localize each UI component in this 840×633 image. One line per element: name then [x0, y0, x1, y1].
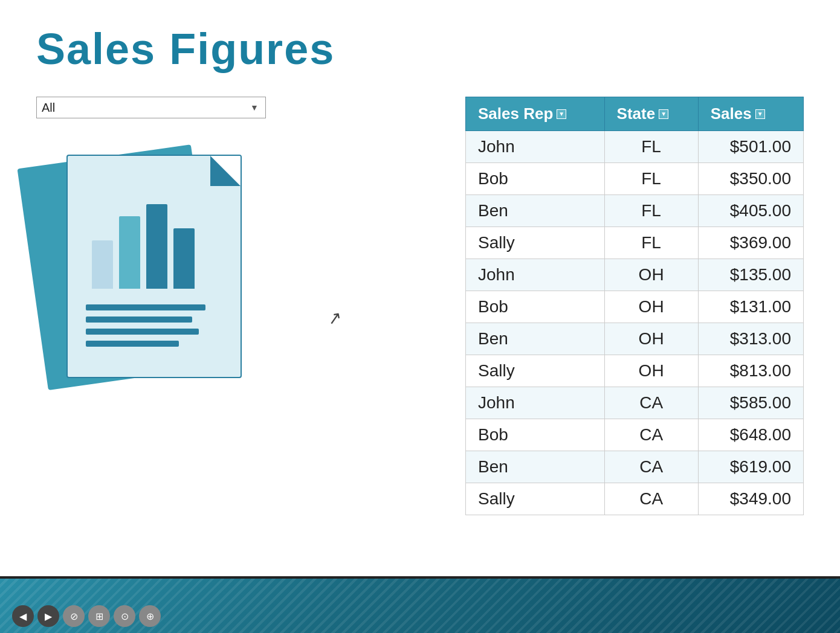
- chart-bar-2: [119, 216, 140, 289]
- filter-arrow-sales[interactable]: ▼: [755, 109, 765, 119]
- table-row: BobOH$131.00: [466, 291, 804, 323]
- report-illustration: [36, 137, 266, 390]
- toolbar: ◀ ▶ ⊘ ⊞ ⊙ ⊕: [12, 604, 161, 628]
- cell-sales: $135.00: [698, 259, 803, 291]
- cell-sales: $585.00: [698, 387, 803, 419]
- cell-state: OH: [604, 355, 698, 387]
- cell-state: CA: [604, 387, 698, 419]
- cell-name: Bob: [466, 419, 605, 451]
- cell-name: Ben: [466, 451, 605, 483]
- table-row: JohnCA$585.00: [466, 387, 804, 419]
- cell-state: FL: [604, 163, 698, 195]
- table-row: BobCA$648.00: [466, 419, 804, 451]
- cell-sales: $313.00: [698, 323, 803, 355]
- cursor-icon: ↗: [326, 307, 343, 329]
- table-row: BobFL$350.00: [466, 163, 804, 195]
- col-header-sales[interactable]: Sales ▼: [698, 97, 803, 131]
- cell-state: CA: [604, 419, 698, 451]
- cell-name: John: [466, 387, 605, 419]
- toolbar-btn-copy[interactable]: ⊞: [88, 605, 110, 627]
- table-row: BenCA$619.00: [466, 451, 804, 483]
- cell-state: FL: [604, 227, 698, 259]
- cell-name: Sally: [466, 227, 605, 259]
- doc-chart: [92, 192, 213, 289]
- table-row: SallyOH$813.00: [466, 355, 804, 387]
- cell-state: OH: [604, 259, 698, 291]
- doc-line-3: [86, 329, 199, 335]
- cell-sales: $350.00: [698, 163, 803, 195]
- sales-table: Sales Rep ▼ State ▼ Sales ▼: [465, 97, 804, 515]
- filter-arrow-state[interactable]: ▼: [659, 109, 668, 119]
- cell-state: OH: [604, 323, 698, 355]
- cell-sales: $349.00: [698, 483, 803, 515]
- filter-arrow-sales-rep[interactable]: ▼: [557, 109, 566, 119]
- cell-sales: $619.00: [698, 451, 803, 483]
- cell-sales: $648.00: [698, 419, 803, 451]
- dropdown-arrow-icon: ▼: [248, 101, 260, 114]
- cell-name: John: [466, 131, 605, 163]
- doc-line-1: [86, 304, 205, 310]
- cell-name: Ben: [466, 195, 605, 227]
- bottom-bar: ◀ ▶ ⊘ ⊞ ⊙ ⊕: [0, 579, 840, 633]
- doc-line-2: [86, 316, 192, 323]
- doc-lines: [86, 304, 219, 353]
- page-title: Sales Figures: [36, 24, 804, 74]
- cell-state: FL: [604, 195, 698, 227]
- table-row: BenFL$405.00: [466, 195, 804, 227]
- chart-bar-4: [173, 228, 195, 289]
- col-header-state[interactable]: State ▼: [604, 97, 698, 131]
- cell-sales: $813.00: [698, 355, 803, 387]
- cell-name: Sally: [466, 355, 605, 387]
- doc-line-4: [86, 341, 179, 347]
- cell-state: OH: [604, 291, 698, 323]
- bottom-area: ◀ ▶ ⊘ ⊞ ⊙ ⊕: [0, 567, 840, 633]
- cell-name: Ben: [466, 323, 605, 355]
- left-panel: All ▼: [36, 97, 290, 390]
- cell-sales: $131.00: [698, 291, 803, 323]
- cell-sales: $369.00: [698, 227, 803, 259]
- cell-sales: $501.00: [698, 131, 803, 163]
- chart-bar-1: [92, 240, 113, 289]
- dropdown-value: All: [42, 101, 248, 115]
- table-row: SallyFL$369.00: [466, 227, 804, 259]
- table-row: JohnFL$501.00: [466, 131, 804, 163]
- filter-dropdown[interactable]: All ▼: [36, 97, 266, 118]
- table-row: BenOH$313.00: [466, 323, 804, 355]
- toolbar-btn-next[interactable]: ▶: [37, 605, 59, 627]
- toolbar-btn-search[interactable]: ⊙: [114, 605, 135, 627]
- cell-name: Sally: [466, 483, 605, 515]
- right-panel: Sales Rep ▼ State ▼ Sales ▼: [465, 97, 804, 515]
- cell-name: Bob: [466, 291, 605, 323]
- toolbar-btn-add[interactable]: ⊕: [139, 605, 161, 627]
- table-header-row: Sales Rep ▼ State ▼ Sales ▼: [466, 97, 804, 131]
- chart-bar-3: [146, 204, 167, 289]
- cell-sales: $405.00: [698, 195, 803, 227]
- toolbar-btn-cancel[interactable]: ⊘: [63, 605, 85, 627]
- cell-name: John: [466, 259, 605, 291]
- doc-main-layer: [66, 155, 242, 378]
- toolbar-btn-prev[interactable]: ◀: [12, 605, 34, 627]
- col-header-sales-rep[interactable]: Sales Rep ▼: [466, 97, 605, 131]
- cell-name: Bob: [466, 163, 605, 195]
- cell-state: CA: [604, 483, 698, 515]
- table-row: SallyCA$349.00: [466, 483, 804, 515]
- cell-state: CA: [604, 451, 698, 483]
- cell-state: FL: [604, 131, 698, 163]
- table-row: JohnOH$135.00: [466, 259, 804, 291]
